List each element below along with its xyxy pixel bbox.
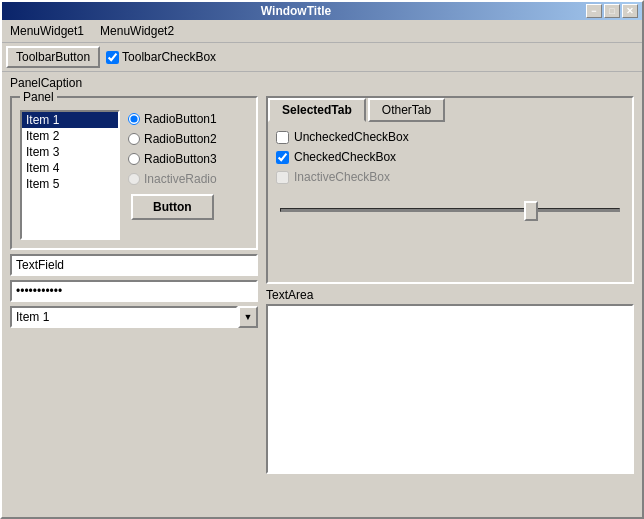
toolbar-checkbox-label[interactable]: ToolbarCheckBox [106, 50, 216, 64]
checked-checkbox-text: CheckedCheckBox [294, 150, 396, 164]
panel-caption: PanelCaption [2, 72, 642, 92]
radio-group: RadioButton1 RadioButton2 RadioButton3 [128, 110, 217, 186]
text-area[interactable] [266, 304, 634, 474]
textarea-wrapper: TextArea [266, 288, 634, 477]
toolbar-button[interactable]: ToolbarButton [6, 46, 100, 68]
text-field[interactable] [10, 254, 258, 276]
checked-checkbox[interactable] [276, 151, 289, 164]
radio-button2[interactable] [128, 133, 140, 145]
radio-button1[interactable] [128, 113, 140, 125]
radio-button1-text: RadioButton1 [144, 112, 217, 126]
title-bar: WindowTitle − □ ✕ [2, 2, 642, 20]
uncheck-checkbox-label[interactable]: UncheckedCheckBox [276, 130, 624, 144]
close-button[interactable]: ✕ [622, 4, 638, 18]
radio-button3[interactable] [128, 153, 140, 165]
panel-button[interactable]: Button [131, 194, 214, 220]
list-item[interactable]: Item 3 [22, 144, 118, 160]
slider[interactable] [280, 200, 620, 220]
slider-container [276, 200, 624, 223]
unchecked-checkbox[interactable] [276, 131, 289, 144]
tab-container: SelectedTab OtherTab UncheckedCheckBox C… [266, 96, 634, 284]
menu-widget1[interactable]: MenuWidget1 [6, 22, 88, 40]
list-item[interactable]: Item 1 [22, 112, 118, 128]
inactive-checkbox-text: InactiveCheckBox [294, 170, 390, 184]
main-window: WindowTitle − □ ✕ MenuWidget1 MenuWidget… [0, 0, 644, 519]
menu-bar: MenuWidget1 MenuWidget2 [2, 20, 642, 43]
radio-button1-label[interactable]: RadioButton1 [128, 112, 217, 126]
title-bar-buttons: − □ ✕ [586, 4, 638, 18]
main-content: Panel Item 1 Item 2 Item 3 Item 4 Item 5 [2, 92, 642, 517]
list-item[interactable]: Item 5 [22, 176, 118, 192]
list-box[interactable]: Item 1 Item 2 Item 3 Item 4 Item 5 [20, 110, 120, 240]
maximize-button[interactable]: □ [604, 4, 620, 18]
textarea-label: TextArea [266, 288, 634, 302]
panel-inner: Item 1 Item 2 Item 3 Item 4 Item 5 Radio… [20, 110, 248, 240]
right-panel: SelectedTab OtherTab UncheckedCheckBox C… [266, 96, 634, 513]
list-item[interactable]: Item 4 [22, 160, 118, 176]
window-title: WindowTitle [6, 4, 586, 18]
menu-widget2[interactable]: MenuWidget2 [96, 22, 178, 40]
password-field[interactable] [10, 280, 258, 302]
group-box: Panel Item 1 Item 2 Item 3 Item 4 Item 5 [10, 96, 258, 250]
tab-header: SelectedTab OtherTab [268, 98, 632, 122]
group-box-label: Panel [20, 92, 57, 104]
combo-dropdown-button[interactable]: ▼ [238, 306, 258, 328]
toolbar: ToolbarButton ToolbarCheckBox [2, 43, 642, 72]
inactive-checkbox [276, 171, 289, 184]
combo-box[interactable]: Item 1 Item 2 Item 3 Item 4 Item 5 [10, 306, 238, 328]
radio-button3-label[interactable]: RadioButton3 [128, 152, 217, 166]
tab-content: UncheckedCheckBox CheckedCheckBox Inacti… [268, 122, 632, 282]
inactive-checkbox-label: InactiveCheckBox [276, 170, 624, 184]
minimize-button[interactable]: − [586, 4, 602, 18]
tab-selected[interactable]: SelectedTab [268, 98, 366, 122]
checked-checkbox-label[interactable]: CheckedCheckBox [276, 150, 624, 164]
toolbar-checkbox[interactable] [106, 51, 119, 64]
unchecked-checkbox-text: UncheckedCheckBox [294, 130, 409, 144]
tab-other[interactable]: OtherTab [368, 98, 445, 122]
inactive-radio-label: InactiveRadio [128, 172, 217, 186]
list-item[interactable]: Item 2 [22, 128, 118, 144]
combo-box-wrapper: Item 1 Item 2 Item 3 Item 4 Item 5 ▼ [10, 306, 258, 328]
inactive-radio-text: InactiveRadio [144, 172, 217, 186]
left-panel: Panel Item 1 Item 2 Item 3 Item 4 Item 5 [10, 96, 258, 513]
toolbar-checkbox-text: ToolbarCheckBox [122, 50, 216, 64]
radio-button2-text: RadioButton2 [144, 132, 217, 146]
radio-column: RadioButton1 RadioButton2 RadioButton3 [128, 110, 217, 220]
radio-button2-label[interactable]: RadioButton2 [128, 132, 217, 146]
inactive-radio [128, 173, 140, 185]
radio-button3-text: RadioButton3 [144, 152, 217, 166]
checkbox-group: UncheckedCheckBox CheckedCheckBox Inacti… [276, 130, 624, 184]
